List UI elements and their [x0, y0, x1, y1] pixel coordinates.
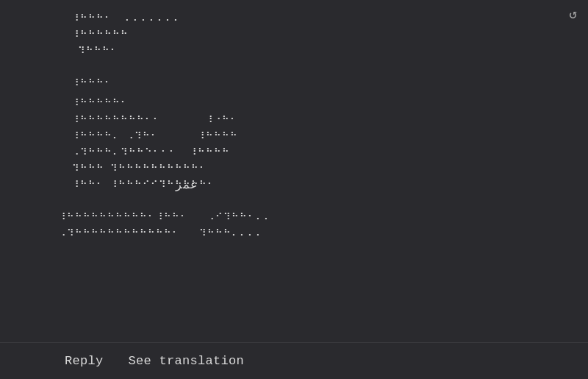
content-area: ⠸⠓⠓⠓⠂ ⠄⠄⠄⠄⠄⠄⠄ ⠸⠓⠓⠓⠓⠓⠓ ⠹⠓⠓⠓⠂ ⠸⠓⠓⠓⠂ ⠸⠓⠓⠓⠓⠓…	[0, 7, 588, 342]
see-translation-button[interactable]: See translation	[123, 350, 251, 372]
braille-content: ⠸⠓⠓⠓⠂ ⠄⠄⠄⠄⠄⠄⠄ ⠸⠓⠓⠓⠓⠓⠓ ⠹⠓⠓⠓⠂ ⠸⠓⠓⠓⠂ ⠸⠓⠓⠓⠓⠓…	[59, 11, 529, 242]
bottom-bar: Reply See translation	[0, 342, 588, 379]
main-container: ↺ ⠸⠓⠓⠓⠂ ⠄⠄⠄⠄⠄⠄⠄ ⠸⠓⠓⠓⠓⠓⠓ ⠹⠓⠓⠓⠂ ⠸⠓⠓⠓⠂ ⠸⠓⠓⠓…	[0, 0, 588, 379]
reply-button[interactable]: Reply	[59, 350, 110, 372]
arabic-name: عمر	[176, 174, 198, 194]
